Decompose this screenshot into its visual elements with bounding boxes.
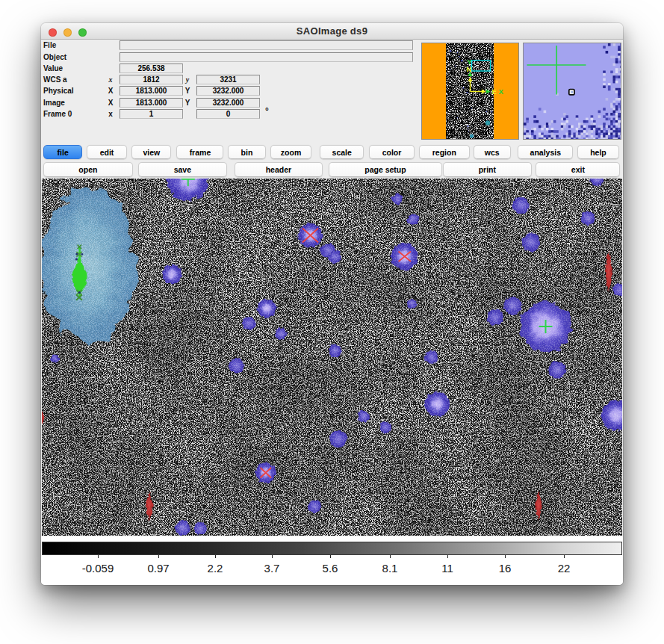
svg-text:E: E bbox=[492, 87, 497, 96]
svg-text:X: X bbox=[499, 87, 504, 96]
svg-text:N: N bbox=[467, 65, 472, 73]
